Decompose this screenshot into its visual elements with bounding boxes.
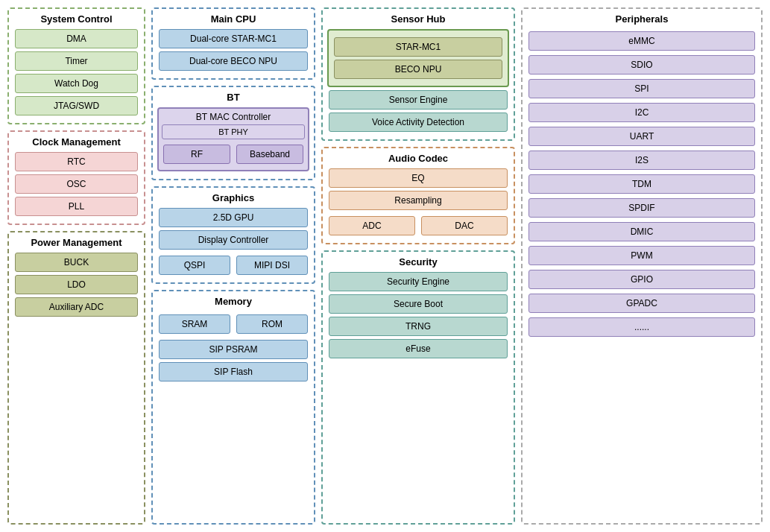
- sdio-box: SDIO: [528, 55, 755, 75]
- sram-box: SRAM: [159, 314, 230, 334]
- sensor-hub-title: Sensor Hub: [327, 13, 509, 25]
- spi-box: SPI: [528, 79, 755, 98]
- rf-box: RF: [163, 145, 230, 164]
- peripherals-title: Peripherals: [527, 13, 757, 25]
- clock-management-title: Clock Management: [13, 136, 139, 148]
- gpadc-box: GPADC: [528, 294, 755, 313]
- spdif-box: SPDIF: [528, 198, 755, 218]
- sensor-beco-npu-box: BECO NPU: [334, 60, 502, 79]
- col-center-left: Main CPU Dual-core STAR-MC1 Dual-core BE…: [151, 7, 315, 525]
- sensor-hub-section: Sensor Hub STAR-MC1 BECO NPU Sensor Engi…: [321, 7, 515, 141]
- audio-codec-section: Audio Codec EQ Resampling ADC DAC: [321, 147, 515, 244]
- bt-mac-box: BT MAC Controller BT PHY RF Baseband: [157, 107, 309, 171]
- gpio-box: GPIO: [528, 270, 755, 289]
- audio-pair: ADC DAC: [327, 213, 509, 238]
- emmc-box: eMMC: [528, 31, 755, 51]
- baseband-box: Baseband: [236, 145, 303, 164]
- sip-psram-box: SIP PSRAM: [159, 340, 308, 359]
- secure-boot-box: Secure Boot: [329, 294, 508, 314]
- rom-box: ROM: [236, 314, 308, 334]
- dac-box: DAC: [421, 216, 508, 235]
- graphics-section: Graphics 2.5D GPU Display Controller QSP…: [151, 186, 315, 284]
- i2c-box: I2C: [528, 103, 755, 122]
- bt-section: BT BT MAC Controller BT PHY RF Baseband: [151, 86, 315, 180]
- memory-title: Memory: [157, 296, 309, 307]
- bt-phy-label: BT PHY: [162, 124, 305, 139]
- memory-pair: SRAM ROM: [157, 311, 309, 337]
- graphics-title: Graphics: [157, 192, 309, 203]
- clock-management-section: Clock Management RTC OSC PLL: [7, 130, 145, 225]
- rtc-box: RTC: [15, 152, 138, 171]
- voice-activity-box: Voice Activity Detection: [329, 113, 508, 132]
- more-box: ......: [528, 317, 755, 337]
- osc-box: OSC: [15, 174, 138, 194]
- watchdog-box: Watch Dog: [15, 74, 138, 93]
- pll-box: PLL: [15, 197, 138, 216]
- bt-phy-row: RF Baseband: [162, 142, 305, 167]
- beco-npu-box: Dual-core BECO NPU: [159, 51, 308, 71]
- buck-box: BUCK: [15, 253, 138, 272]
- resampling-box: Resampling: [329, 191, 508, 210]
- system-control-title: System Control: [13, 13, 139, 25]
- architecture-diagram: System Control DMA Timer Watch Dog JTAG/…: [0, 0, 770, 532]
- uart-box: UART: [528, 127, 755, 146]
- security-title: Security: [327, 256, 509, 267]
- pwm-box: PWM: [528, 246, 755, 265]
- tdm-box: TDM: [528, 174, 755, 194]
- gpu-box: 2.5D GPU: [159, 208, 308, 227]
- adc-box: ADC: [329, 216, 415, 235]
- sensor-star-mc1-box: STAR-MC1: [334, 37, 502, 57]
- dmic-box: DMIC: [528, 222, 755, 241]
- power-management-title: Power Management: [13, 237, 139, 248]
- security-engine-box: Security Engine: [329, 272, 508, 291]
- main-cpu-title: Main CPU: [157, 13, 309, 25]
- mipi-dsi-box: MIPI DSI: [236, 256, 308, 275]
- sensor-hub-inner: STAR-MC1 BECO NPU: [327, 29, 509, 87]
- sip-flash-box: SIP Flash: [159, 362, 308, 381]
- efuse-box: eFuse: [329, 339, 508, 358]
- power-management-section: Power Management BUCK LDO Auxiliary ADC: [7, 231, 145, 525]
- system-control-section: System Control DMA Timer Watch Dog JTAG/…: [7, 7, 145, 124]
- sensor-engine-box: Sensor Engine: [329, 90, 508, 110]
- memory-section: Memory SRAM ROM SIP PSRAM SIP Flash: [151, 290, 315, 525]
- col-center-right: Sensor Hub STAR-MC1 BECO NPU Sensor Engi…: [321, 7, 515, 525]
- timer-box: Timer: [15, 51, 138, 71]
- security-section: Security Security Engine Secure Boot TRN…: [321, 250, 515, 525]
- col-left: System Control DMA Timer Watch Dog JTAG/…: [7, 7, 145, 525]
- auxiliary-adc-box: Auxiliary ADC: [15, 297, 138, 317]
- star-mc1-box: Dual-core STAR-MC1: [159, 29, 308, 48]
- dma-box: DMA: [15, 29, 138, 48]
- i2s-box: I2S: [528, 151, 755, 170]
- peripherals-section: Peripherals eMMC SDIO SPI I2C UART I2S T…: [521, 7, 763, 525]
- ldo-box: LDO: [15, 275, 138, 294]
- audio-codec-title: Audio Codec: [327, 153, 509, 164]
- trng-box: TRNG: [329, 317, 508, 336]
- qspi-box: QSPI: [159, 256, 230, 275]
- jtag-box: JTAG/SWD: [15, 96, 138, 115]
- display-controller-box: Display Controller: [159, 230, 308, 250]
- eq-box: EQ: [329, 168, 508, 188]
- bt-mac-label: BT MAC Controller: [162, 112, 305, 122]
- bt-title: BT: [157, 92, 309, 103]
- main-cpu-section: Main CPU Dual-core STAR-MC1 Dual-core BE…: [151, 7, 315, 80]
- graphics-pair: QSPI MIPI DSI: [157, 253, 309, 278]
